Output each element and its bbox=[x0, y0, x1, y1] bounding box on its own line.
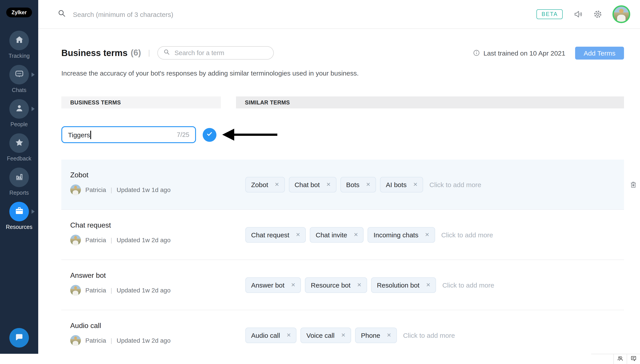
term-meta: Patricia | Updated 1w 2d ago bbox=[70, 235, 236, 245]
new-term-value: Tiggers bbox=[68, 131, 90, 138]
term-name: Zobot bbox=[70, 171, 236, 179]
term-author: Patricia bbox=[85, 337, 106, 344]
term-search-input[interactable] bbox=[174, 49, 267, 57]
tag-label: Bots bbox=[346, 181, 360, 188]
last-trained: Last trained on 10 Apr 2021 bbox=[473, 49, 565, 57]
business-term-cell: Answer bot Patricia | Updated 1w 2d ago bbox=[61, 260, 236, 310]
page-description: Increase the accuracy of your bot's resp… bbox=[61, 69, 624, 77]
table-row: Chat request Patricia | Updated 1w 2d ag… bbox=[61, 210, 624, 260]
tag-close-icon[interactable]: × bbox=[387, 332, 391, 338]
info-icon[interactable] bbox=[473, 49, 480, 56]
bottom-icon-strip bbox=[591, 354, 640, 364]
term-meta: Patricia | Updated 1w 2d ago bbox=[70, 335, 236, 346]
similar-terms-cell: Chat request × Chat invite × Incoming ch… bbox=[236, 210, 624, 260]
search-icon bbox=[58, 9, 66, 19]
search-icon bbox=[163, 49, 170, 57]
tag-close-icon[interactable]: × bbox=[413, 182, 418, 187]
tag-close-icon[interactable]: × bbox=[357, 282, 361, 288]
chevron-right-icon bbox=[32, 72, 35, 77]
star-icon bbox=[14, 138, 24, 149]
table-row: Answer bot Patricia | Updated 1w 2d ago … bbox=[61, 260, 624, 310]
tag-label: Chat request bbox=[251, 231, 289, 238]
global-search-input[interactable] bbox=[72, 10, 537, 18]
sidebar-item-label: Chats bbox=[12, 87, 26, 93]
tag-label: Resolution bot bbox=[377, 281, 420, 289]
global-search bbox=[58, 9, 537, 19]
speaker-icon[interactable] bbox=[573, 9, 583, 19]
term-meta: Patricia | Updated 1w 1d ago bbox=[70, 184, 236, 195]
brand-logo: Zylker bbox=[6, 8, 32, 17]
similar-term-tag: Answer bot × bbox=[245, 277, 301, 293]
visitors-button[interactable] bbox=[613, 354, 627, 364]
term-updated: Updated 1w 1d ago bbox=[117, 186, 171, 193]
char-counter: 7/25 bbox=[177, 131, 189, 138]
tag-close-icon[interactable]: × bbox=[275, 182, 279, 187]
tag-label: Chat invite bbox=[316, 231, 347, 238]
sidebar-item-label: Feedback bbox=[7, 156, 31, 162]
comment-icon bbox=[630, 355, 637, 363]
sidebar-item-feedback[interactable]: Feedback bbox=[0, 133, 38, 168]
user-avatar[interactable] bbox=[612, 5, 630, 23]
author-avatar bbox=[70, 335, 81, 346]
tag-close-icon[interactable]: × bbox=[287, 332, 291, 338]
author-avatar bbox=[70, 285, 81, 296]
tag-close-icon[interactable]: × bbox=[426, 282, 430, 288]
chat-bubble-button[interactable] bbox=[9, 328, 29, 348]
sidebar-item-people[interactable]: People bbox=[0, 99, 38, 133]
add-terms-button[interactable]: Add Terms bbox=[575, 46, 624, 59]
add-more-link[interactable]: Click to add more bbox=[403, 331, 455, 339]
term-name: Answer bot bbox=[70, 272, 236, 280]
similar-term-tag: Chat request × bbox=[245, 227, 306, 242]
add-more-link[interactable]: Click to add more bbox=[441, 231, 493, 238]
chevron-right-icon bbox=[32, 107, 35, 111]
tag-close-icon[interactable]: × bbox=[326, 182, 331, 187]
tag-close-icon[interactable]: × bbox=[366, 182, 370, 187]
tag-label: AI bots bbox=[386, 181, 406, 188]
tag-close-icon[interactable]: × bbox=[341, 332, 346, 338]
similar-term-tag: Incoming chats × bbox=[368, 227, 435, 242]
divider: | bbox=[110, 186, 112, 193]
business-term-cell: Zobot Patricia | Updated 1w 1d ago bbox=[61, 160, 236, 209]
sidebar-item-tracking[interactable]: Tracking bbox=[0, 31, 38, 65]
trash-icon[interactable] bbox=[629, 181, 637, 189]
term-updated: Updated 1w 2d ago bbox=[117, 287, 171, 294]
tag-label: Answer bot bbox=[251, 281, 284, 289]
term-name: Audio call bbox=[70, 322, 236, 330]
similar-terms-cell: Audio call × Voice call × Phone × Click … bbox=[236, 310, 624, 354]
sidebar-item-label: Reports bbox=[9, 190, 29, 196]
similar-term-tag: Zobot × bbox=[245, 177, 285, 192]
add-more-link[interactable]: Click to add more bbox=[429, 181, 481, 188]
new-term-input[interactable]: Tiggers 7/25 bbox=[61, 126, 196, 143]
business-term-cell: Chat request Patricia | Updated 1w 2d ag… bbox=[61, 210, 236, 260]
chat-panel-button[interactable] bbox=[627, 354, 640, 364]
gear-icon[interactable] bbox=[593, 9, 603, 19]
tag-close-icon[interactable]: × bbox=[425, 232, 429, 238]
add-more-link[interactable]: Click to add more bbox=[442, 281, 494, 289]
home-icon bbox=[14, 35, 24, 46]
sidebar-item-chats[interactable]: Chats bbox=[0, 65, 38, 99]
tag-label: Zobot bbox=[251, 181, 268, 188]
column-header-similar-terms: SIMILAR TERMS bbox=[236, 96, 624, 108]
text-caret bbox=[90, 130, 91, 139]
business-term-cell: Audio call Patricia | Updated 1w 2d ago bbox=[61, 310, 236, 354]
divider: | bbox=[110, 337, 112, 344]
term-updated: Updated 1w 2d ago bbox=[117, 236, 171, 244]
tag-close-icon[interactable]: × bbox=[354, 232, 358, 238]
term-author: Patricia bbox=[85, 236, 106, 244]
sidebar-item-resources[interactable]: Resources bbox=[0, 202, 38, 236]
beta-badge: BETA bbox=[537, 9, 563, 19]
confirm-term-button[interactable] bbox=[203, 128, 216, 142]
divider: | bbox=[148, 48, 150, 57]
tag-close-icon[interactable]: × bbox=[296, 232, 300, 238]
term-updated: Updated 1w 2d ago bbox=[117, 337, 171, 344]
new-term-editor: Tiggers 7/25 bbox=[61, 126, 624, 143]
similar-term-tag: Audio call × bbox=[245, 327, 297, 343]
sidebar-nav: Tracking Chats People Feed bbox=[0, 31, 38, 236]
users-icon bbox=[617, 355, 624, 363]
tag-label: Incoming chats bbox=[374, 231, 418, 238]
check-icon bbox=[206, 131, 213, 139]
tag-close-icon[interactable]: × bbox=[291, 282, 295, 288]
similar-term-tag: Resource bot × bbox=[305, 277, 367, 293]
sidebar-item-reports[interactable]: Reports bbox=[0, 168, 38, 202]
divider: | bbox=[110, 236, 112, 244]
